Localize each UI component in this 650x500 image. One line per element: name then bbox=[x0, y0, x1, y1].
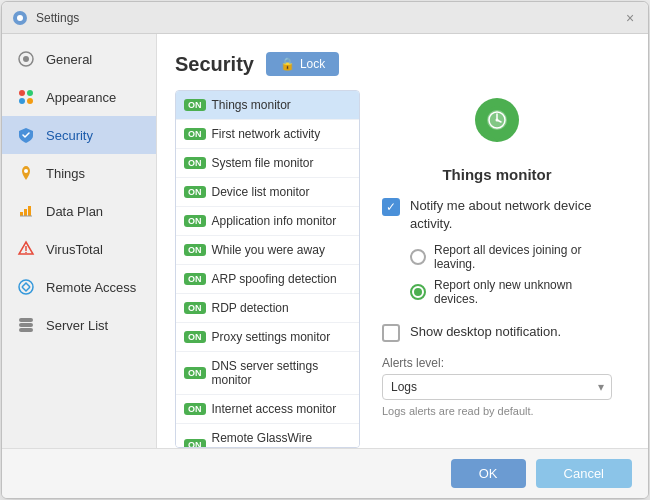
lock-icon: 🔒 bbox=[280, 57, 295, 71]
monitor-label-device-list: Device list monitor bbox=[212, 185, 310, 199]
alerts-select[interactable]: Logs Low Medium High bbox=[382, 374, 612, 400]
sidebar-item-security[interactable]: Security bbox=[2, 116, 156, 154]
sidebar-label-server-list: Server List bbox=[46, 318, 108, 333]
radio-inner-new-unknown bbox=[414, 288, 422, 296]
sidebar-item-server-list[interactable]: Server List bbox=[2, 306, 156, 344]
monitor-item-remote-glasswire[interactable]: ON Remote GlassWire connec... bbox=[176, 424, 359, 448]
monitor-item-rdp[interactable]: ON RDP detection bbox=[176, 294, 359, 323]
monitor-item-arp-spoof[interactable]: ON ARP spoofing detection bbox=[176, 265, 359, 294]
monitor-item-device-list[interactable]: ON Device list monitor bbox=[176, 178, 359, 207]
sidebar-item-things[interactable]: Things bbox=[2, 154, 156, 192]
monitor-item-things[interactable]: ON Things monitor bbox=[176, 91, 359, 120]
monitor-label-first-network: First network activity bbox=[212, 127, 321, 141]
sidebar-label-general: General bbox=[46, 52, 92, 67]
monitor-label-app-info: Application info monitor bbox=[212, 214, 337, 228]
notify-checkbox[interactable]: ✓ bbox=[382, 198, 400, 216]
svg-rect-15 bbox=[19, 323, 33, 327]
svg-point-5 bbox=[27, 90, 33, 96]
sidebar-label-virustotal: VirusTotal bbox=[46, 242, 103, 257]
virustotal-icon bbox=[16, 239, 36, 259]
on-badge-proxy: ON bbox=[184, 331, 206, 343]
sidebar: General Appearance bbox=[2, 34, 157, 448]
radio-new-unknown[interactable] bbox=[410, 284, 426, 300]
desktop-notif-checkbox[interactable] bbox=[382, 324, 400, 342]
sidebar-item-appearance[interactable]: Appearance bbox=[2, 78, 156, 116]
monitor-item-while-away[interactable]: ON While you were away bbox=[176, 236, 359, 265]
monitor-label-things: Things monitor bbox=[212, 98, 291, 112]
monitor-detail-name: Things monitor bbox=[442, 166, 551, 183]
radio-row-new-unknown[interactable]: Report only new unknown devices. bbox=[410, 278, 612, 306]
right-panel: Things monitor ✓ Notify me about network… bbox=[360, 90, 630, 448]
on-badge-internet-access: ON bbox=[184, 403, 206, 415]
monitor-label-arp-spoof: ARP spoofing detection bbox=[212, 272, 337, 286]
svg-point-3 bbox=[23, 56, 29, 62]
monitor-item-proxy[interactable]: ON Proxy settings monitor bbox=[176, 323, 359, 352]
monitor-label-dns: DNS server settings monitor bbox=[212, 359, 352, 387]
svg-point-22 bbox=[496, 119, 499, 122]
main-header: Security 🔒 Lock bbox=[175, 52, 630, 76]
sidebar-item-general[interactable]: General bbox=[2, 40, 156, 78]
remote-access-icon bbox=[16, 277, 36, 297]
monitor-item-first-network[interactable]: ON First network activity bbox=[176, 120, 359, 149]
alerts-level-label: Alerts level: bbox=[382, 356, 612, 370]
sidebar-label-security: Security bbox=[46, 128, 93, 143]
titlebar: Settings × bbox=[2, 2, 648, 34]
sidebar-label-data-plan: Data Plan bbox=[46, 204, 103, 219]
checkmark-icon: ✓ bbox=[386, 201, 396, 213]
on-badge-first-network: ON bbox=[184, 128, 206, 140]
sidebar-item-data-plan[interactable]: Data Plan bbox=[2, 192, 156, 230]
monitor-item-app-info[interactable]: ON Application info monitor bbox=[176, 207, 359, 236]
notify-label: Notify me about network device activity. bbox=[410, 197, 612, 233]
main-body: ON Things monitor ON First network activ… bbox=[175, 90, 630, 448]
svg-point-4 bbox=[19, 90, 25, 96]
radio-label-all-devices: Report all devices joining or leaving. bbox=[434, 243, 612, 271]
sidebar-label-things: Things bbox=[46, 166, 85, 181]
sidebar-item-remote-access[interactable]: Remote Access bbox=[2, 268, 156, 306]
monitor-label-while-away: While you were away bbox=[212, 243, 325, 257]
titlebar-left: Settings bbox=[12, 10, 79, 26]
svg-rect-14 bbox=[19, 318, 33, 322]
monitor-label-rdp: RDP detection bbox=[212, 301, 289, 315]
radio-all-devices[interactable] bbox=[410, 249, 426, 265]
sidebar-item-virustotal[interactable]: VirusTotal bbox=[2, 230, 156, 268]
on-badge-remote-glasswire: ON bbox=[184, 439, 206, 448]
on-badge-while-away: ON bbox=[184, 244, 206, 256]
app-icon bbox=[12, 10, 28, 26]
desktop-notif-label: Show desktop notification. bbox=[410, 323, 561, 341]
close-button[interactable]: × bbox=[622, 10, 638, 26]
appearance-icon bbox=[16, 87, 36, 107]
security-icon bbox=[16, 125, 36, 145]
radio-row-all-devices[interactable]: Report all devices joining or leaving. bbox=[410, 243, 612, 271]
lock-button[interactable]: 🔒 Lock bbox=[266, 52, 339, 76]
sidebar-label-appearance: Appearance bbox=[46, 90, 116, 105]
cancel-button[interactable]: Cancel bbox=[536, 459, 632, 488]
page-title: Security bbox=[175, 53, 254, 76]
notify-row: ✓ Notify me about network device activit… bbox=[382, 197, 612, 233]
monitor-label-internet-access: Internet access monitor bbox=[212, 402, 337, 416]
svg-point-12 bbox=[25, 252, 27, 254]
on-badge-dns: ON bbox=[184, 367, 206, 379]
ok-button[interactable]: OK bbox=[451, 459, 526, 488]
monitor-list: ON Things monitor ON First network activ… bbox=[175, 90, 360, 448]
sidebar-label-remote-access: Remote Access bbox=[46, 280, 136, 295]
svg-point-7 bbox=[27, 98, 33, 104]
on-badge-device-list: ON bbox=[184, 186, 206, 198]
main-panel: Security 🔒 Lock ON Things monitor ON bbox=[157, 34, 648, 448]
server-list-icon bbox=[16, 315, 36, 335]
monitor-label-remote-glasswire: Remote GlassWire connec... bbox=[212, 431, 352, 448]
monitor-item-internet-access[interactable]: ON Internet access monitor bbox=[176, 395, 359, 424]
on-badge-things: ON bbox=[184, 99, 206, 111]
monitor-item-dns[interactable]: ON DNS server settings monitor bbox=[176, 352, 359, 395]
on-badge-app-info: ON bbox=[184, 215, 206, 227]
window-title: Settings bbox=[36, 11, 79, 25]
on-badge-system-file: ON bbox=[184, 157, 206, 169]
things-icon bbox=[16, 163, 36, 183]
lock-button-label: Lock bbox=[300, 57, 325, 71]
content-area: General Appearance bbox=[2, 34, 648, 448]
svg-point-8 bbox=[24, 169, 28, 173]
alerts-select-wrapper: Logs Low Medium High bbox=[382, 374, 612, 400]
settings-window: Settings × General bbox=[1, 1, 649, 499]
footer: OK Cancel bbox=[2, 448, 648, 498]
monitor-item-system-file[interactable]: ON System file monitor bbox=[176, 149, 359, 178]
svg-rect-16 bbox=[19, 328, 33, 332]
